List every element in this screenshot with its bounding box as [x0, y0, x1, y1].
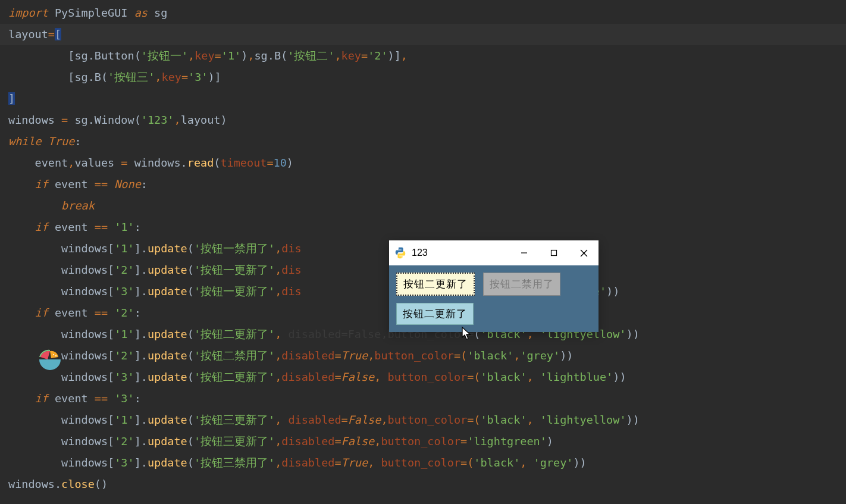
titlebar[interactable]: 123 — [389, 240, 599, 265]
code-line: windows['1'].update('按钮三更新了', disabled=F… — [0, 409, 846, 431]
code-line: [sg.B('按钮三',key='3')] — [0, 67, 846, 88]
fruit-bowl-icon — [36, 346, 64, 375]
close-button[interactable] — [569, 240, 599, 265]
code-line: windows['2'].update('按钮三更新了',disabled=Fa… — [0, 431, 846, 452]
maximize-button[interactable] — [539, 240, 569, 265]
svg-point-2 — [399, 248, 399, 249]
button-3[interactable]: 按钮二更新了 — [396, 303, 474, 325]
code-line: windows['3'].update('按钮三禁用了',disabled=Tr… — [0, 452, 846, 474]
code-line: break — [0, 195, 846, 217]
code-line: import PySimpleGUI as sg — [0, 2, 846, 24]
svg-point-1 — [55, 355, 57, 356]
code-line: if event == None: — [0, 174, 846, 195]
code-line: windows['2'].update('按钮二禁用了',disabled=Tr… — [0, 345, 846, 367]
svg-point-0 — [53, 354, 54, 355]
button-2: 按钮二禁用了 — [483, 273, 560, 296]
app-window: 123 按钮二更新了 按钮二禁用了 按钮二更新了 — [389, 240, 599, 332]
code-line: layout=[ — [0, 24, 846, 45]
code-line: if event == '3': — [0, 388, 846, 409]
code-line: windows['3'].update('按钮二更新了',disabled=Fa… — [0, 367, 846, 388]
code-line: [sg.Button('按钮一',key='1'),sg.B('按钮二',key… — [0, 45, 846, 67]
python-icon — [394, 246, 407, 259]
svg-rect-5 — [552, 251, 557, 256]
minimize-button[interactable] — [509, 240, 539, 265]
code-line: windows.close() — [0, 474, 846, 495]
code-line: ] — [0, 88, 846, 109]
window-title: 123 — [412, 248, 509, 258]
code-line: event,values = windows.read(timeout=10) — [0, 152, 846, 174]
code-line: windows = sg.Window('123',layout) — [0, 109, 846, 131]
code-line: if event == '1': — [0, 217, 846, 238]
window-body: 按钮二更新了 按钮二禁用了 按钮二更新了 — [389, 265, 599, 332]
button-1[interactable]: 按钮二更新了 — [396, 273, 475, 296]
code-line: while True: — [0, 131, 846, 152]
svg-point-3 — [402, 257, 402, 258]
